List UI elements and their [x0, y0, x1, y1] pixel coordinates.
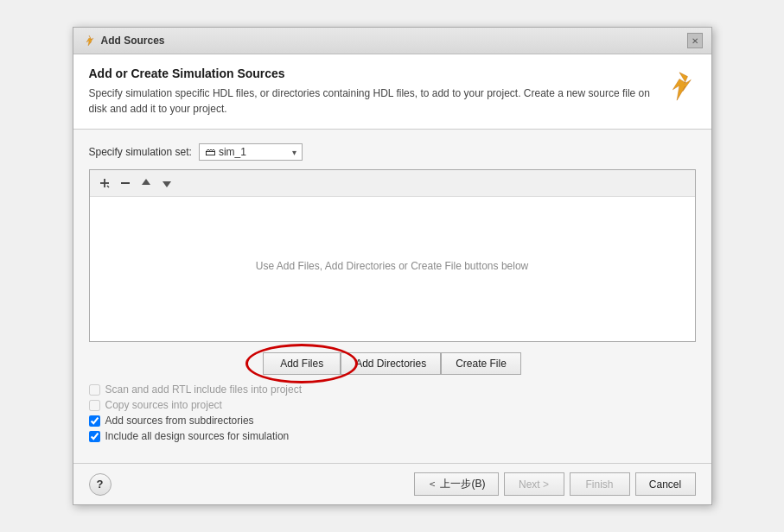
header-description: Specify simulation specific HDL files, o…	[89, 86, 654, 117]
header-title: Add or Create Simulation Sources	[89, 66, 654, 80]
add-files-wrapper: Add Files	[263, 352, 341, 375]
checkbox-row-0: Scan and add RTL include files into proj…	[89, 383, 696, 396]
move-up-toolbar-button[interactable]	[137, 174, 156, 193]
header-section: Add or Create Simulation Sources Specify…	[73, 54, 711, 130]
vivado-large-icon	[663, 70, 696, 103]
add-files-button[interactable]: Add Files	[263, 352, 341, 375]
checkbox-3[interactable]	[89, 431, 100, 442]
checkbox-label-3: Include all design sources for simulatio…	[105, 430, 290, 442]
down-arrow-icon	[161, 177, 173, 189]
close-button[interactable]: ✕	[687, 33, 703, 48]
svg-marker-1	[672, 73, 691, 100]
svg-marker-0	[86, 35, 93, 46]
svg-marker-6	[142, 179, 150, 185]
dialog-title: Add Sources	[101, 35, 165, 47]
vivado-icon	[82, 34, 96, 48]
checkboxes-section: Scan and add RTL include files into proj…	[89, 375, 696, 449]
up-arrow-icon	[140, 177, 152, 189]
cancel-button[interactable]: Cancel	[635, 472, 696, 496]
checkbox-label-1: Copy sources into project	[105, 399, 222, 411]
remove-toolbar-button[interactable]	[116, 174, 135, 193]
action-buttons-row: Add Files Add Directories Create File	[89, 352, 696, 375]
checkbox-label-2: Add sources from subdirectories	[105, 415, 254, 427]
move-down-toolbar-button[interactable]	[157, 174, 176, 193]
header-text: Add or Create Simulation Sources Specify…	[89, 66, 654, 117]
file-list-area: Use Add Files, Add Directories or Create…	[90, 197, 695, 335]
file-toolbar	[90, 170, 695, 197]
checkbox-1	[89, 400, 100, 411]
checkbox-0	[89, 384, 100, 396]
create-file-button[interactable]: Create File	[441, 352, 521, 375]
checkbox-2[interactable]	[89, 415, 100, 427]
footer-section: ? ＜ 上一步(B) Next > Finish Cancel	[73, 463, 711, 504]
sim-set-label: Specify simulation set:	[89, 146, 192, 158]
add-directories-button[interactable]: Add Directories	[341, 352, 441, 375]
checkbox-row-2: Add sources from subdirectories	[89, 415, 696, 427]
sim-set-chevron-icon: ▾	[292, 148, 296, 157]
file-panel: Use Add Files, Add Directories or Create…	[89, 169, 696, 342]
back-button[interactable]: ＜ 上一步(B)	[414, 472, 498, 496]
finish-button[interactable]: Finish	[570, 472, 630, 496]
title-bar: Add Sources ✕	[73, 28, 711, 54]
checkbox-row-3: Include all design sources for simulatio…	[89, 430, 696, 442]
file-list-hint: Use Add Files, Add Directories or Create…	[256, 260, 528, 272]
minus-icon	[119, 177, 131, 189]
footer-right: ＜ 上一步(B) Next > Finish Cancel	[414, 472, 695, 496]
svg-marker-7	[163, 181, 171, 187]
add-file-toolbar-button[interactable]	[95, 174, 114, 193]
checkbox-label-0: Scan and add RTL include files into proj…	[105, 383, 302, 396]
footer-left: ?	[89, 473, 112, 496]
sim-set-dropdown[interactable]: 🗃 sim_1 ▾	[199, 143, 303, 161]
sim-set-folder-icon: 🗃	[205, 146, 215, 158]
content-section: Specify simulation set: 🗃 sim_1 ▾	[73, 130, 711, 463]
help-button[interactable]: ?	[89, 473, 112, 496]
add-sources-dialog: Add Sources ✕ Add or Create Simulation S…	[73, 27, 712, 505]
svg-line-4	[107, 186, 109, 187]
plus-icon	[98, 176, 112, 190]
next-button[interactable]: Next >	[504, 472, 564, 496]
sim-set-row: Specify simulation set: 🗃 sim_1 ▾	[89, 143, 696, 161]
header-logo	[663, 70, 696, 105]
sim-set-value: sim_1	[219, 146, 289, 158]
title-bar-left: Add Sources	[82, 34, 165, 48]
checkbox-row-1: Copy sources into project	[89, 399, 696, 411]
